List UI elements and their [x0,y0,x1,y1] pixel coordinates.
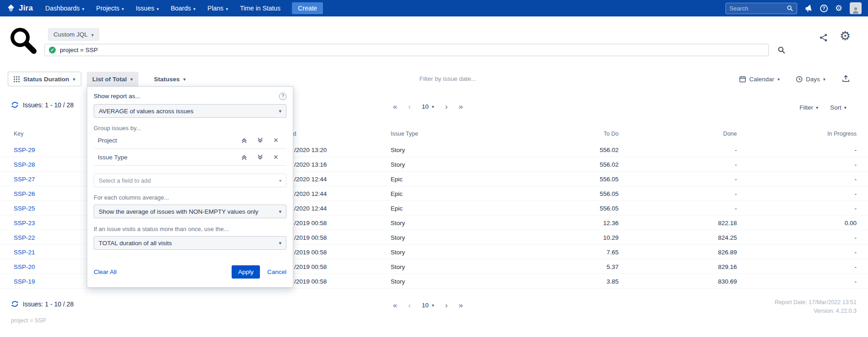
issue-type-cell: Epic [391,175,402,182]
time-unit-dropdown[interactable]: Days ▾ [793,72,828,86]
done-cell: 830.69 [718,278,737,284]
move-up-button[interactable] [241,154,247,160]
pagination-next-button[interactable]: › [445,103,448,111]
chevron-down-icon: ▾ [82,6,85,11]
calendar-icon [739,76,746,83]
remove-field-button[interactable]: × [273,136,278,144]
jql-input[interactable]: ✓ project = SSP [44,44,769,56]
to-do-cell: 556.05 [600,190,619,197]
pagination-first-button[interactable]: « [393,103,397,111]
header-to-do[interactable]: To Do [603,131,619,137]
cancel-link[interactable]: Cancel [267,269,286,275]
nav-item-plans[interactable]: Plans▾ [201,0,234,16]
header-in-progress[interactable]: In Progress [827,131,857,137]
issue-key-link[interactable]: SSP-28 [14,161,35,168]
to-do-cell: 556.02 [600,161,619,168]
sort-dropdown[interactable]: Sort ▾ [830,104,847,111]
view-mode-dropdown[interactable]: List of Total ▾ [87,72,138,86]
pagination-last-button[interactable]: » [459,301,463,309]
issue-key-link[interactable]: SSP-29 [14,146,35,153]
person-icon [852,6,860,14]
issue-type-cell: Story [391,278,405,284]
issue-date-filter[interactable]: Filter by issue date... [419,75,476,82]
move-up-button[interactable] [241,137,247,143]
pagination-next-button[interactable]: › [445,301,448,309]
nav-item-time-in-status[interactable]: Time in Status [234,0,286,16]
issue-key-link[interactable]: SSP-19 [14,278,35,284]
chevron-down-icon: ▾ [73,77,75,82]
pagination-first-button[interactable]: « [393,301,397,309]
move-down-button[interactable] [257,137,263,143]
clock-icon [796,76,803,83]
pagination-prev-button[interactable]: ‹ [408,103,411,111]
help-icon[interactable]: ? [279,93,286,100]
create-button[interactable]: Create [292,2,323,14]
report-settings-gear-icon[interactable]: ⚙ [840,30,851,42]
report-as-select[interactable]: AVERAGE of values across issues ▾ [94,104,286,118]
refresh-button[interactable] [11,101,19,109]
chevron-down-icon: ▾ [131,77,133,82]
header-done[interactable]: Done [723,131,737,137]
issue-key-link[interactable]: SSP-20 [14,263,35,270]
to-do-cell: 556.05 [600,205,619,211]
header-issue-type[interactable]: Issue Type [391,131,418,137]
issue-type-cell: Story [391,234,405,241]
clear-all-link[interactable]: Clear All [94,269,116,275]
export-button[interactable] [842,75,850,84]
move-down-button[interactable] [257,154,263,160]
chevron-down-icon: ▾ [823,77,826,82]
export-icon [842,75,850,83]
remove-field-button[interactable]: × [273,153,278,161]
announcement-icon[interactable] [804,4,813,12]
global-search-box[interactable] [725,3,797,14]
pagination-prev-button[interactable]: ‹ [408,301,411,309]
panel-footer: Clear All Apply Cancel [94,265,286,279]
header-key[interactable]: Key [14,131,24,137]
done-cell: 826.89 [718,248,737,255]
issue-key-link[interactable]: SSP-22 [14,234,35,241]
average-mode-select[interactable]: Show the average of issues with NON-EMPT… [94,205,286,218]
in-progress-cell: 0.00 [845,219,857,226]
issue-key-link[interactable]: SSP-23 [14,219,35,226]
double-chevron-down-icon [257,137,263,143]
jira-logo[interactable]: Jira [6,4,33,13]
pagination-last-button[interactable]: » [459,103,463,111]
share-button[interactable] [819,33,828,44]
user-avatar[interactable] [850,2,862,14]
top-navbar: Jira Dashboards▾ Projects▾ Issues▾ Board… [0,0,868,16]
search-icon [787,5,793,11]
add-field-placeholder: Select a field to add [99,177,151,184]
revisit-select[interactable]: TOTAL duration of all visits ▾ [94,236,286,250]
page-size-select[interactable]: 10 ▾ [422,302,434,309]
nav-item-dashboards[interactable]: Dashboards▾ [39,0,90,16]
to-do-cell: 12.36 [603,219,619,226]
issue-key-link[interactable]: SSP-25 [14,205,35,211]
page-size-select[interactable]: 10 ▾ [422,103,434,110]
search-input[interactable] [730,5,787,12]
in-progress-cell: - [855,161,857,168]
issue-key-link[interactable]: SSP-26 [14,190,35,197]
nav-item-issues[interactable]: Issues▾ [130,0,165,16]
list-of-total-settings-panel: Show report as... ? AVERAGE of values ac… [87,86,293,288]
brand-text: Jira [19,4,33,13]
grid-icon [14,76,20,82]
filter-dropdown[interactable]: Filter ▾ [799,104,818,111]
chevron-down-icon: ▾ [91,32,94,37]
report-type-dropdown[interactable]: Status Duration ▾ [8,72,81,86]
run-search-button[interactable] [778,46,785,56]
help-icon[interactable]: ? [820,5,828,12]
group-field-row: Project × [94,132,286,149]
admin-gear-icon[interactable]: ⚙ [835,4,842,12]
jql-mode-dropdown[interactable]: Custom JQL ▾ [48,28,99,41]
add-field-select[interactable]: Select a field to add ▾ [94,174,286,187]
refresh-button[interactable] [11,300,19,308]
calendar-dropdown[interactable]: Calendar ▾ [736,72,783,86]
chevron-down-icon: ▾ [226,6,228,11]
chevron-down-icon: ▾ [279,108,281,114]
nav-item-projects[interactable]: Projects▾ [90,0,130,16]
nav-item-boards[interactable]: Boards▾ [165,0,201,16]
issue-key-link[interactable]: SSP-27 [14,175,35,182]
issue-key-link[interactable]: SSP-21 [14,248,35,255]
apply-button[interactable]: Apply [232,265,260,279]
statuses-dropdown[interactable]: Statuses ▾ [148,72,191,86]
